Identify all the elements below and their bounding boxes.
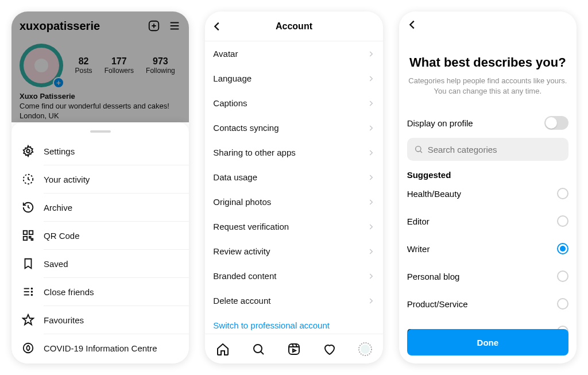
svg-point-6	[26, 149, 30, 153]
menu-item-covid[interactable]: COVID-19 Information Centre	[11, 334, 189, 362]
gear-icon	[22, 145, 34, 157]
menu-item-label: Favourites	[44, 315, 84, 325]
menu-item-label: Saved	[44, 259, 68, 269]
list-item-sharing[interactable]: Sharing to other apps	[205, 140, 382, 165]
menu-item-saved[interactable]: Saved	[11, 250, 189, 277]
menu-item-label: COVID-19 Information Centre	[44, 343, 157, 353]
covid-icon	[22, 342, 34, 354]
tab-reels-icon[interactable]	[287, 342, 301, 356]
sheet-grabber[interactable]	[90, 130, 111, 133]
list-item-contacts-syncing[interactable]: Contacts syncing	[205, 115, 382, 140]
bottom-sheet: Settings Your activity Archive QR Code S	[11, 122, 189, 364]
phone-account-settings: Account Avatar Language Captions Contact…	[205, 11, 382, 364]
page-title: What best describes you?	[407, 55, 568, 70]
chevron-right-icon	[367, 75, 375, 83]
chevron-right-icon	[367, 297, 375, 305]
tab-home-icon[interactable]	[216, 342, 230, 356]
tab-activity-icon[interactable]	[323, 342, 336, 356]
chevron-right-icon	[367, 99, 375, 107]
category-option-health-beauty[interactable]: Health/Beauty	[407, 180, 568, 207]
svg-rect-9	[29, 231, 33, 234]
screen-title: Account	[276, 21, 312, 32]
menu-item-label: Settings	[44, 146, 75, 156]
search-field[interactable]	[407, 138, 568, 161]
svg-line-31	[420, 151, 421, 153]
display-on-profile-row: Display on profile	[407, 116, 568, 130]
menu-item-archive[interactable]: Archive	[11, 194, 189, 221]
account-list[interactable]: Avatar Language Captions Contacts syncin…	[205, 41, 382, 334]
qr-icon	[22, 229, 34, 242]
svg-rect-12	[32, 239, 33, 241]
tab-search-icon[interactable]	[252, 342, 265, 356]
svg-point-16	[32, 288, 33, 289]
tab-profile-icon[interactable]	[358, 342, 372, 356]
phone-profile-menu: xuxopatisserie + 82 Posts	[11, 11, 189, 364]
link-switch-professional[interactable]: Switch to professional account	[205, 313, 382, 334]
display-on-profile-toggle[interactable]	[544, 116, 568, 130]
svg-point-17	[32, 291, 33, 292]
chevron-right-icon	[367, 248, 375, 256]
menu-item-label: Your activity	[44, 175, 90, 184]
list-item-review-activity[interactable]: Review activity	[205, 239, 382, 264]
radio-unselected	[557, 270, 568, 282]
phone-category-select: What best describes you? Categories help…	[399, 11, 577, 364]
bottom-tab-bar	[205, 334, 382, 364]
menu-item-favourites[interactable]: Favourites	[11, 306, 189, 334]
chevron-right-icon	[367, 272, 375, 280]
search-icon	[414, 145, 423, 154]
back-button[interactable]	[406, 18, 419, 31]
svg-marker-19	[23, 315, 33, 324]
category-option-writer[interactable]: Writer	[407, 235, 568, 262]
chevron-right-icon	[367, 198, 375, 206]
list-item-request-verification[interactable]: Request verification	[205, 214, 382, 239]
chevron-right-icon	[367, 149, 375, 157]
svg-line-22	[261, 351, 264, 354]
suggested-heading: Suggested	[407, 170, 568, 180]
done-button[interactable]: Done	[407, 329, 568, 355]
chevron-right-icon	[367, 173, 375, 181]
list-item-avatar[interactable]: Avatar	[205, 41, 382, 66]
svg-rect-11	[29, 237, 31, 238]
chevron-right-icon	[367, 50, 375, 58]
menu-item-label: QR Code	[44, 231, 80, 241]
radio-unselected	[557, 298, 568, 310]
svg-rect-8	[24, 231, 27, 234]
list-item-delete-account[interactable]: Delete account	[205, 288, 382, 313]
history-icon	[22, 201, 34, 214]
activity-icon	[22, 173, 34, 185]
list-item-branded-content[interactable]: Branded content	[205, 264, 382, 288]
search-input[interactable]	[428, 145, 562, 154]
menu-item-your-activity[interactable]: Your activity	[11, 165, 189, 193]
menu-item-close-friends[interactable]: Close friends	[11, 278, 189, 306]
svg-marker-27	[293, 349, 296, 352]
list-item-captions[interactable]: Captions	[205, 91, 382, 115]
dim-overlay[interactable]	[11, 11, 189, 122]
radio-unselected	[557, 215, 568, 227]
svg-point-18	[32, 295, 33, 296]
list-item-data-usage[interactable]: Data usage	[205, 165, 382, 190]
category-option-personal-blog[interactable]: Personal blog	[407, 262, 568, 290]
svg-rect-10	[24, 237, 27, 240]
category-option-product-service[interactable]: Product/Service	[407, 290, 568, 318]
svg-point-20	[24, 343, 33, 353]
list-item-language[interactable]: Language	[205, 66, 382, 91]
svg-point-21	[254, 345, 262, 353]
display-on-profile-label: Display on profile	[407, 118, 473, 128]
list-item-original-photos[interactable]: Original photos	[205, 190, 382, 214]
svg-point-29	[361, 345, 370, 354]
menu-item-label: Archive	[44, 203, 72, 212]
chevron-right-icon	[367, 223, 375, 231]
page-subtitle: Categories help people find accounts lik…	[407, 76, 568, 96]
screen-header	[399, 11, 577, 38]
category-option-editor[interactable]: Editor	[407, 207, 568, 235]
back-button[interactable]	[211, 20, 223, 33]
radio-unselected	[557, 188, 568, 199]
category-body[interactable]: What best describes you? Categories help…	[399, 38, 577, 364]
bookmark-icon	[22, 257, 34, 270]
menu-item-qr-code[interactable]: QR Code	[11, 222, 189, 249]
svg-point-30	[415, 146, 420, 152]
menu-item-settings[interactable]: Settings	[11, 137, 189, 165]
star-icon	[22, 314, 34, 326]
chevron-right-icon	[367, 124, 375, 132]
close-friends-icon	[22, 285, 34, 298]
